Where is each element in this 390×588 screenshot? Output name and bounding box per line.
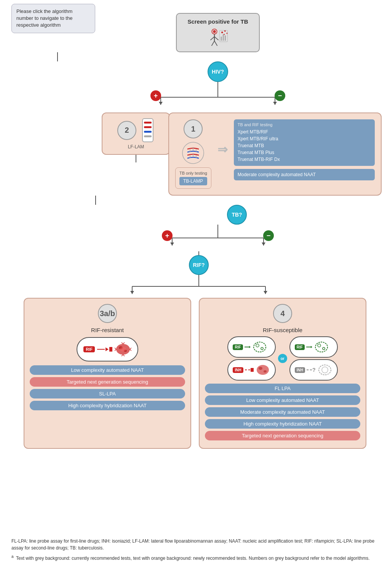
or-circle: or (278, 354, 287, 363)
svg-point-3 (227, 33, 228, 34)
svg-rect-23 (144, 122, 152, 124)
algo4-chip-3: High complexity hybridization NAAT (205, 419, 360, 429)
rif-susc-right-rif: RIF (289, 336, 338, 358)
svg-point-66 (259, 367, 262, 370)
svg-point-67 (264, 370, 267, 373)
arrow-green (245, 345, 251, 349)
tb-rif-items: Xpert MTB/RIF Xpert MTB/RIF ultra Truena… (238, 129, 371, 163)
screen-positive-title: Screen positive for TB (187, 18, 248, 25)
algo4-chip-4: Targeted next generation sequencing (205, 431, 360, 440)
svg-point-51 (120, 347, 126, 352)
svg-rect-12 (221, 37, 222, 41)
connector-1 (57, 52, 58, 61)
bacteria-green-2 (314, 339, 329, 355)
rif-susc-right-inh: INH ? (289, 359, 338, 381)
algo-2-circle[interactable]: 2 (117, 121, 136, 140)
test-strip-icon (141, 118, 155, 143)
svg-rect-13 (223, 34, 224, 41)
connector-2 (95, 196, 96, 205)
bacteria-red-1 (255, 362, 270, 378)
algo3-chip-0: Low complexity automated NAAT (30, 365, 185, 375)
svg-rect-14 (225, 35, 226, 41)
tb-only-label: TB only testing (179, 171, 207, 175)
svg-line-9 (212, 41, 215, 46)
info-text: Please click the algorithm number to nav… (16, 8, 72, 28)
tb-minus-badge: − (263, 230, 274, 241)
hiv-plus-badge: + (150, 90, 161, 101)
footnote-super-a: a (11, 554, 14, 559)
rif-susc-left-inh: INH (227, 359, 275, 381)
footnote: FL-LPA: line probe assay for first-line … (0, 534, 390, 569)
algo4-chip-2: Moderate complexity automated NAAT (205, 407, 360, 417)
footnote-note: a Text with grey background: currently r… (11, 554, 379, 562)
svg-marker-46 (130, 291, 134, 294)
screen-positive-box: Screen positive for TB (176, 13, 260, 52)
svg-line-7 (211, 37, 215, 40)
bacteria-green-1 (252, 339, 267, 355)
hiv-plus-group: + (150, 90, 161, 101)
svg-line-53 (115, 349, 116, 351)
hiv-branch-svg (111, 82, 324, 112)
svg-rect-26 (144, 135, 152, 137)
hiv-minus-badge: − (275, 90, 285, 101)
algo4-chips: FL LPA Low complexity automated NAAT Mod… (205, 384, 360, 440)
algo3-chips: Low complexity automated NAAT Targeted n… (30, 365, 185, 410)
tb-decision: TB? (227, 205, 247, 225)
svg-line-59 (123, 355, 125, 356)
algo4-title: RIF-susceptible (205, 327, 360, 333)
svg-marker-61 (249, 346, 251, 348)
arrow-right-icon: ⇒ (217, 142, 228, 157)
algo4-chip-1: Low complexity automated NAAT (205, 395, 360, 405)
algo-3-circle[interactable]: 3a/b (98, 304, 117, 323)
svg-point-64 (261, 347, 263, 350)
svg-line-55 (130, 349, 131, 351)
algo3-chip-3: High complexity hybridization NAAT (30, 401, 185, 410)
svg-point-0 (221, 32, 223, 34)
svg-point-65 (257, 365, 269, 375)
algo4-chip-0: FL LPA (205, 384, 360, 393)
connector-lflam (136, 155, 136, 162)
algo-4-circle[interactable]: 4 (273, 304, 292, 323)
tb-plus-badge: + (162, 230, 173, 241)
lflam-label: LF-LAM (128, 144, 144, 149)
svg-line-57 (123, 342, 125, 344)
algo-1-circle[interactable]: 1 (184, 119, 203, 138)
info-box: Please click the algorithm number to nav… (11, 4, 95, 33)
footnote-note-text: Text with grey background: currently rec… (16, 556, 369, 561)
svg-line-10 (214, 41, 217, 46)
rif-susc-diagrams: RIF INH (205, 336, 360, 381)
svg-marker-40 (262, 243, 265, 246)
algo3-chip-1: Targeted next generation sequencing (30, 377, 185, 387)
rif-branch-svg (66, 275, 332, 298)
svg-point-27 (182, 142, 204, 164)
svg-marker-20 (159, 102, 163, 105)
svg-point-63 (256, 344, 259, 347)
algo4-box: 4 RIF-susceptible RIF (199, 298, 366, 449)
hiv-decision: HIV? (208, 61, 228, 82)
svg-marker-69 (311, 346, 312, 348)
bottom-algos: 3a/b RIF-resistant RIF (11, 298, 379, 449)
svg-point-71 (318, 344, 321, 347)
svg-line-54 (130, 348, 131, 349)
tb-rif-label: TB and RIF testing (238, 122, 371, 127)
rif-decision: RIF? (189, 255, 209, 275)
svg-point-73 (319, 365, 331, 375)
svg-rect-24 (144, 126, 152, 128)
svg-marker-21 (273, 102, 277, 105)
svg-point-70 (315, 342, 328, 352)
svg-point-5 (213, 30, 216, 33)
algo3-title: RIF-resistant (30, 327, 185, 333)
tb-rif-box: TB and RIF testing Xpert MTB/RIF Xpert M… (234, 119, 375, 166)
svg-line-58 (121, 355, 123, 356)
tb-only-box: TB only testing TB-LAMP (175, 167, 211, 189)
mod-complexity-chip: Moderate complexity automated NAAT (234, 169, 375, 180)
arrow-green-2 (306, 345, 312, 349)
svg-point-62 (254, 342, 266, 352)
rif-resistant-diagram: RIF (30, 337, 185, 361)
svg-marker-39 (170, 243, 174, 246)
person-icon (206, 28, 229, 47)
svg-marker-47 (264, 291, 267, 294)
bacteria-grey (317, 362, 332, 378)
connector-rif-top (198, 251, 199, 255)
tb-lamp-chip: TB-LAMP (179, 177, 207, 185)
